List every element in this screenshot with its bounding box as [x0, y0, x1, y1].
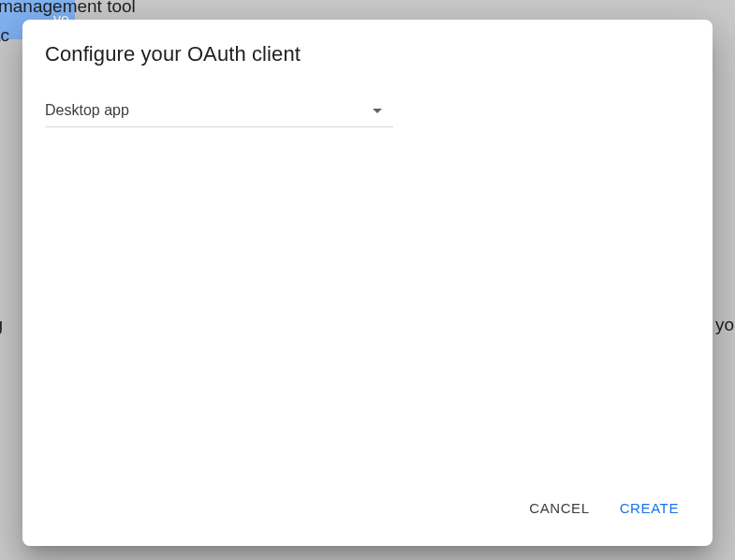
application-type-value: Desktop app	[45, 102, 129, 119]
bg-text: ckage management tool	[0, 0, 136, 17]
chevron-down-icon	[373, 109, 382, 113]
oauth-config-dialog: Configure your OAuth client Desktop app …	[22, 20, 713, 546]
bg-text: ac	[0, 25, 9, 46]
dialog-actions: CANCEL CREATE	[45, 485, 690, 523]
application-type-select-wrapper: Desktop app	[45, 96, 393, 127]
dialog-body: Desktop app	[45, 96, 690, 485]
dialog-title: Configure your OAuth client	[45, 42, 690, 66]
bg-text: yo	[715, 315, 734, 335]
bg-text: og	[0, 315, 3, 335]
create-button[interactable]: CREATE	[609, 493, 690, 523]
application-type-select[interactable]: Desktop app	[45, 96, 393, 127]
cancel-button[interactable]: CANCEL	[518, 493, 600, 523]
